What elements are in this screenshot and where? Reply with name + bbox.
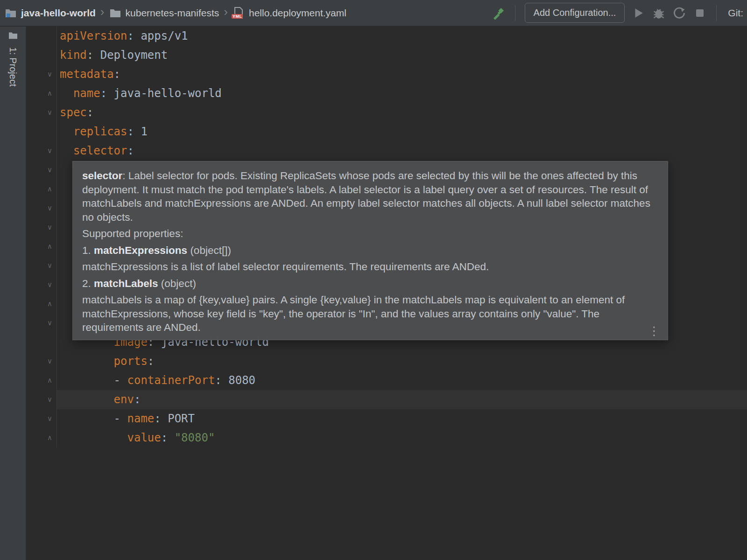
code-line-text[interactable]: env:	[57, 390, 747, 409]
gutter	[27, 46, 57, 65]
doc-paragraph: selector: Label selector for pods. Exist…	[82, 169, 657, 224]
fold-expanded-icon[interactable]: ∨	[47, 281, 52, 288]
stop-icon[interactable]	[693, 6, 707, 20]
code-row[interactable]: ∨env:	[27, 390, 747, 409]
code-row[interactable]: ∧- containerPort: 8080	[27, 371, 747, 390]
code-line-text[interactable]: replicas: 1	[57, 122, 747, 141]
gutter[interactable]: ∧	[27, 180, 57, 199]
code-line-text[interactable]: ports:	[57, 352, 747, 371]
breadcrumb-file-label: hello.deployment.yaml	[249, 7, 346, 19]
code-line-text[interactable]: metadata:	[57, 65, 747, 84]
doc-paragraph: 2. matchLabels (object)	[82, 277, 657, 291]
code-row[interactable]: apiVersion: apps/v1	[27, 27, 747, 46]
navigation-bar: java-hello-world › kubernetes-manifests …	[0, 0, 747, 26]
fold-end-icon[interactable]: ∧	[47, 434, 52, 441]
doc-paragraph: matchExpressions is a list of label sele…	[82, 260, 657, 274]
fold-expanded-icon[interactable]: ∨	[47, 167, 52, 174]
gutter[interactable]: ∧	[27, 428, 57, 448]
gutter[interactable]: ∨	[27, 141, 57, 161]
fold-expanded-icon[interactable]: ∨	[47, 396, 52, 403]
fold-end-icon[interactable]: ∧	[47, 377, 52, 384]
code-row[interactable]: ∨- name: PORT	[27, 409, 747, 428]
code-row[interactable]: ∨metadata:	[27, 65, 747, 84]
fold-expanded-icon[interactable]: ∨	[47, 415, 52, 422]
fold-end-icon[interactable]: ∧	[47, 301, 52, 308]
code-row[interactable]: ∨ports:	[27, 352, 747, 371]
gutter[interactable]: ∨	[27, 256, 57, 275]
kebab-menu-icon[interactable]: ⋮	[648, 325, 660, 337]
code-line-text[interactable]: - containerPort: 8080	[57, 371, 747, 390]
code-row[interactable]: ∧value: "8080"	[27, 428, 747, 448]
code-row[interactable]: kind: Deployment	[27, 46, 747, 65]
gutter[interactable]: ∧	[27, 84, 57, 103]
doc-paragraph: matchLabels is a map of {key,value} pair…	[82, 293, 657, 335]
toolbar-divider	[716, 5, 717, 21]
gutter[interactable]: ∨	[27, 199, 57, 218]
gutter[interactable]: ∨	[27, 103, 57, 122]
run-with-coverage-icon[interactable]	[672, 6, 686, 20]
doc-paragraph: 1. matchExpressions (object[])	[82, 244, 657, 258]
documentation-popup: selector: Label selector for pods. Exist…	[72, 161, 668, 340]
fold-expanded-icon[interactable]: ∨	[47, 71, 52, 78]
chevron-right-icon: ›	[99, 5, 106, 19]
fold-expanded-icon[interactable]: ∨	[47, 262, 52, 269]
code-line-text[interactable]: kind: Deployment	[57, 46, 747, 65]
gutter	[27, 122, 57, 141]
code-line-text[interactable]: value: "8080"	[57, 428, 747, 448]
fold-end-icon[interactable]: ∧	[47, 186, 52, 193]
fold-end-icon[interactable]: ∧	[47, 90, 52, 97]
breadcrumb-project[interactable]: java-hello-world	[5, 7, 96, 19]
git-branch-widget[interactable]: Git:	[728, 7, 743, 19]
gutter[interactable]: ∧	[27, 371, 57, 390]
folder-icon	[109, 7, 121, 19]
left-tool-window-bar: 1: Project	[0, 27, 26, 560]
gutter	[27, 27, 57, 46]
toolbar-divider	[515, 5, 515, 21]
code-row[interactable]: ∨spec:	[27, 103, 747, 122]
gutter	[27, 333, 57, 352]
yaml-file-icon: YML	[233, 7, 245, 19]
fold-expanded-icon[interactable]: ∨	[47, 358, 52, 365]
code-row[interactable]: replicas: 1	[27, 122, 747, 141]
project-tool-window-icon	[8, 31, 18, 42]
code-line-text[interactable]: spec:	[57, 103, 747, 122]
gutter[interactable]: ∨	[27, 390, 57, 409]
gutter[interactable]: ∨	[27, 65, 57, 84]
toolbar-right: Add Configuration...	[492, 3, 743, 23]
code-line-text[interactable]: apiVersion: apps/v1	[57, 27, 747, 46]
gutter[interactable]: ∨	[27, 275, 57, 294]
breadcrumb-folder-label: kubernetes-manifests	[126, 7, 219, 19]
code-line-text[interactable]: selector:	[57, 141, 747, 161]
fold-expanded-icon[interactable]: ∨	[47, 224, 52, 231]
code-line-text[interactable]: name: java-hello-world	[57, 84, 747, 103]
breadcrumb-file[interactable]: YML hello.deployment.yaml	[233, 7, 346, 19]
gutter[interactable]: ∨	[27, 352, 57, 371]
fold-end-icon[interactable]: ∧	[47, 243, 52, 250]
project-tool-window-button[interactable]: 1: Project	[7, 47, 18, 86]
fold-expanded-icon[interactable]: ∨	[47, 205, 52, 212]
add-configuration-button[interactable]: Add Configuration...	[525, 3, 625, 23]
breadcrumb-project-label: java-hello-world	[21, 7, 96, 19]
debug-icon[interactable]	[652, 6, 666, 20]
hammer-icon[interactable]	[492, 6, 506, 20]
gutter[interactable]: ∨	[27, 161, 57, 180]
code-row[interactable]: ∧name: java-hello-world	[27, 84, 747, 103]
doc-popup-content: selector: Label selector for pods. Exist…	[82, 169, 657, 335]
doc-paragraph: Supported properties:	[82, 227, 657, 241]
yml-badge: YML	[232, 14, 243, 19]
gutter[interactable]: ∨	[27, 409, 57, 428]
play-icon[interactable]	[631, 6, 645, 20]
gutter[interactable]: ∨	[27, 218, 57, 237]
gutter[interactable]: ∧	[27, 294, 57, 314]
fold-expanded-icon[interactable]: ∨	[47, 147, 52, 154]
code-row[interactable]: ∨selector:	[27, 141, 747, 161]
code-line-text[interactable]: - name: PORT	[57, 409, 747, 428]
project-folder-icon	[5, 7, 17, 19]
fold-expanded-icon[interactable]: ∨	[47, 109, 52, 116]
gutter[interactable]: ∧	[27, 237, 57, 256]
breadcrumb-folder[interactable]: kubernetes-manifests	[109, 7, 219, 19]
gutter[interactable]: ∨	[27, 314, 57, 333]
fold-expanded-icon[interactable]: ∨	[47, 320, 52, 327]
chevron-right-icon: ›	[222, 5, 230, 19]
